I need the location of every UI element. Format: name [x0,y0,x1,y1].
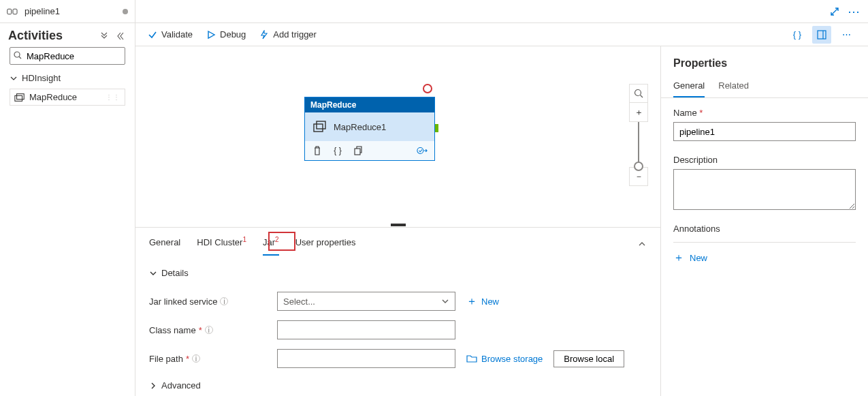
node-header: MapReduce [305,97,434,112]
svg-rect-6 [818,31,826,39]
info-icon[interactable]: i [192,354,200,363]
jar-linked-service-label: Jar linked service i [149,296,266,307]
properties-toggle-icon[interactable] [812,26,831,44]
node-footer: { } [305,141,434,160]
browse-local-button[interactable]: Browse local [553,350,624,367]
chevron-right-icon [149,382,157,390]
file-path-input[interactable] [277,349,455,368]
activities-sidebar: pipeline1 Activities HDInsight MapReduce… [0,0,135,396]
folder-icon [466,354,477,363]
tab-jar[interactable]: Jar2 [263,234,279,249]
title-bar: ⋯ [135,0,868,23]
collapse-panel-icon[interactable] [637,239,647,249]
svg-rect-0 [7,9,12,14]
main-area: ⋯ Validate Debug Add trigger { } [135,0,868,396]
tab-hdi-cluster[interactable]: HDI Cluster1 [197,234,246,249]
svg-rect-9 [317,121,325,129]
node-body: MapReduce1 [305,112,434,141]
class-name-label: Class name * i [149,325,266,335]
expand-icon[interactable] [829,5,841,18]
canvas-workspace: MapReduce MapReduce1 { } [135,46,660,227]
activity-group-hdinsight[interactable]: HDInsight [0,69,135,87]
activity-group-label: HDInsight [22,73,61,83]
properties-tab-related[interactable]: Related [718,76,749,97]
svg-rect-4 [15,95,22,101]
properties-tab-general[interactable]: General [673,76,705,97]
activity-item-label: MapReduce [29,92,77,102]
activities-search-input[interactable] [10,47,125,65]
activity-settings-panel: General HDI Cluster1 Jar2 User propertie… [135,227,660,396]
pipeline-icon [7,7,19,16]
mapreduce-icon [313,121,327,133]
zoom-rail: ＋ － [629,84,648,186]
canvas[interactable]: MapReduce MapReduce1 { } [135,46,660,227]
chevron-down-icon [149,269,157,277]
activities-heading: Activities [8,29,94,43]
svg-rect-5 [17,93,25,99]
properties-panel: Properties General Related Name * Descri… [660,46,868,396]
json-view-icon[interactable]: { } [788,26,807,44]
tab-user-properties[interactable]: User properties [295,236,356,249]
delete-icon[interactable] [312,145,323,156]
svg-rect-8 [314,124,323,132]
tab-general[interactable]: General [149,236,180,249]
description-label: Description [673,155,856,165]
jar-linked-service-select[interactable]: Select... [277,292,455,311]
browse-storage-button[interactable]: Browse storage [466,354,543,364]
file-path-label: File path * i [149,354,266,364]
svg-point-12 [635,90,641,96]
info-icon[interactable]: i [220,297,228,305]
chevron-down-icon [10,74,18,82]
svg-point-11 [417,148,423,154]
collapse-all-icon[interactable] [98,30,110,42]
pipeline-description-input[interactable] [673,169,856,210]
pipeline-tab[interactable]: pipeline1 [0,0,135,23]
execute-icon[interactable] [417,145,428,156]
add-annotation-button[interactable]: ＋New [673,247,856,265]
annotations-label: Annotations [673,224,856,234]
new-linked-service-button[interactable]: ＋New [466,294,499,309]
collapse-sidebar-icon[interactable] [114,30,127,42]
pipeline-toolbar: Validate Debug Add trigger { } ⋯ [135,23,868,46]
mapreduce-icon [14,93,25,102]
chevron-down-icon [441,297,449,305]
properties-heading: Properties [661,46,868,76]
zoom-search-icon[interactable] [629,84,648,103]
svg-point-2 [14,52,20,57]
drag-grip-icon: ⋮⋮ [106,93,120,101]
node-name: MapReduce1 [334,122,386,132]
svg-line-13 [641,95,643,98]
dirty-indicator-icon [123,9,128,14]
class-name-input[interactable] [277,320,455,339]
search-icon [14,51,22,59]
pipeline-tab-title: pipeline1 [25,6,60,16]
svg-rect-1 [13,9,17,14]
advanced-section-toggle[interactable]: Advanced [149,380,647,391]
svg-line-3 [19,57,21,59]
details-section-toggle[interactable]: Details [149,264,647,282]
validate-button[interactable]: Validate [148,29,193,40]
info-icon[interactable]: i [205,326,213,334]
zoom-slider[interactable] [638,122,639,167]
pipeline-name-input[interactable] [673,122,856,141]
divider [673,242,856,243]
zoom-handle[interactable] [634,162,643,171]
activity-node-mapreduce[interactable]: MapReduce MapReduce1 { } [304,97,435,161]
more-icon[interactable]: ⋯ [848,5,860,18]
copy-icon[interactable] [353,145,364,156]
toolbar-more-icon[interactable]: ⋯ [837,26,856,44]
node-status-icon [423,84,432,93]
name-label: Name * [673,108,856,118]
zoom-in-icon[interactable]: ＋ [629,103,648,122]
debug-button[interactable]: Debug [206,29,246,40]
activity-item-mapreduce[interactable]: MapReduce ⋮⋮ [10,89,125,106]
add-trigger-button[interactable]: Add trigger [259,29,317,40]
splitter-handle[interactable] [391,224,406,226]
svg-rect-10 [355,149,360,155]
code-icon[interactable]: { } [332,145,343,156]
